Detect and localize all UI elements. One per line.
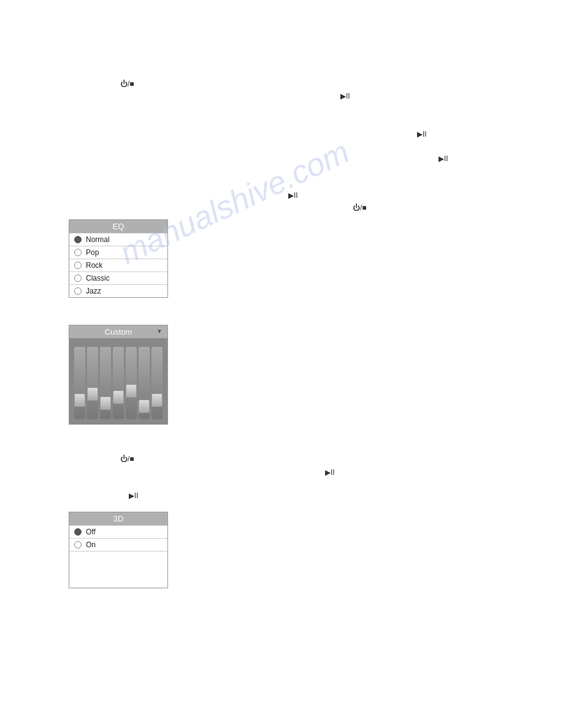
slider-7[interactable]	[151, 347, 163, 419]
slider-2[interactable]	[87, 347, 98, 419]
custom-title-label: Custom	[105, 327, 132, 336]
power-stop-icon-3: ⏻/■	[120, 453, 134, 465]
custom-panel: Custom ▼	[69, 325, 168, 425]
3d-label-off: Off	[86, 528, 96, 536]
eq-label-jazz: Jazz	[86, 287, 101, 295]
slider-5[interactable]	[126, 347, 137, 419]
eq-item-pop[interactable]: Pop	[69, 246, 167, 259]
slider-3[interactable]	[100, 347, 111, 419]
play-pause-icon-4: ▶II	[288, 190, 298, 202]
slider-thumb-2[interactable]	[87, 387, 98, 401]
play-pause-icon-3: ▶II	[439, 153, 448, 165]
slider-thumb-5[interactable]	[126, 384, 137, 398]
eq-label-classic: Classic	[86, 274, 110, 282]
slider-thumb-7[interactable]	[151, 393, 163, 407]
radio-normal[interactable]	[74, 236, 82, 243]
radio-jazz[interactable]	[74, 287, 82, 295]
slider-1[interactable]	[74, 347, 85, 419]
play-pause-icon-1: ▶II	[340, 91, 350, 102]
radio-rock[interactable]	[74, 262, 82, 269]
custom-panel-title: Custom ▼	[69, 325, 167, 338]
dropdown-arrow-icon[interactable]: ▼	[156, 328, 163, 335]
sliders-area	[69, 338, 167, 424]
play-pause-icon-2: ▶II	[417, 129, 427, 140]
power-stop-icon-1: ⏻/■	[120, 78, 134, 90]
3d-panel-title: 3D	[69, 512, 167, 525]
slider-6[interactable]	[139, 347, 150, 419]
3d-panel-empty-space	[69, 551, 167, 588]
radio-on[interactable]	[74, 541, 82, 548]
eq-panel-title: EQ	[69, 220, 167, 233]
eq-label-normal: Normal	[86, 235, 110, 244]
eq-panel: EQ Normal Pop Rock Classic Jazz	[69, 219, 168, 298]
power-stop-icon-2: ⏻/■	[353, 202, 367, 214]
radio-classic[interactable]	[74, 275, 82, 282]
3d-label-on: On	[86, 540, 96, 549]
slider-thumb-4[interactable]	[113, 390, 124, 404]
eq-label-pop: Pop	[86, 248, 99, 257]
play-pause-icon-5: ▶II	[325, 467, 335, 479]
slider-thumb-6[interactable]	[139, 400, 150, 413]
slider-thumb-3[interactable]	[100, 396, 111, 410]
play-pause-icon-6: ▶II	[129, 490, 139, 502]
slider-4[interactable]	[113, 347, 124, 419]
eq-label-rock: Rock	[86, 261, 102, 270]
eq-item-classic[interactable]: Classic	[69, 271, 167, 284]
eq-item-jazz[interactable]: Jazz	[69, 284, 167, 297]
3d-panel: 3D Off On	[69, 512, 168, 588]
eq-item-normal[interactable]: Normal	[69, 233, 167, 246]
3d-item-off[interactable]: Off	[69, 525, 167, 538]
slider-thumb-1[interactable]	[74, 393, 85, 407]
eq-item-rock[interactable]: Rock	[69, 259, 167, 271]
radio-pop[interactable]	[74, 249, 82, 256]
radio-off[interactable]	[74, 528, 82, 536]
3d-item-on[interactable]: On	[69, 538, 167, 551]
